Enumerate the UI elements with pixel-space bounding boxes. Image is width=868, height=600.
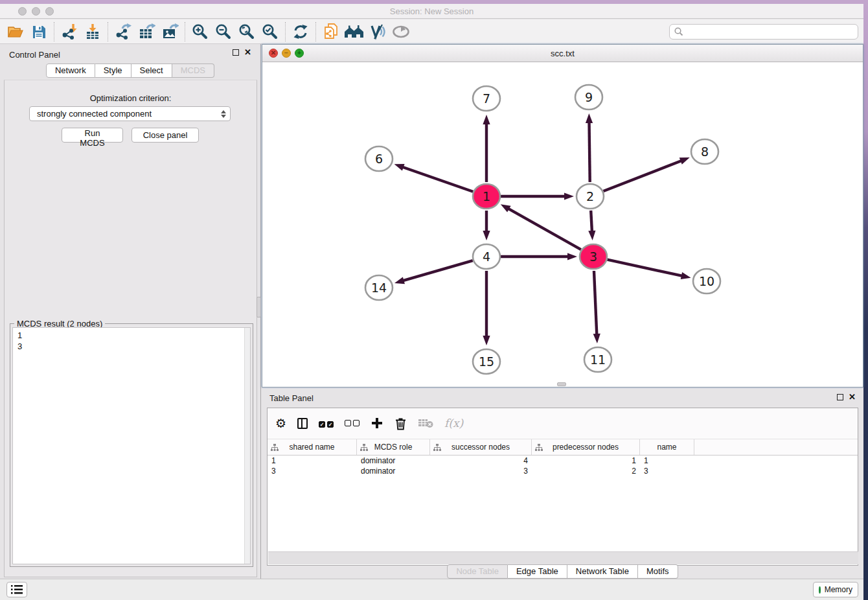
table-cell[interactable]: 1 bbox=[532, 456, 640, 466]
table-cell[interactable]: 4 bbox=[430, 456, 532, 466]
graph-node-3[interactable]: 3 bbox=[580, 244, 607, 269]
memory-status-dot bbox=[819, 586, 821, 594]
graph-node-10[interactable]: 10 bbox=[693, 269, 720, 294]
mcds-scrollbar[interactable] bbox=[244, 328, 250, 564]
zoom-selected-button[interactable] bbox=[258, 21, 282, 42]
network-from-clipboard-button[interactable] bbox=[319, 21, 343, 42]
tab-mcds[interactable]: MCDS bbox=[172, 63, 214, 78]
column-header-shared-name[interactable]: shared name bbox=[268, 439, 357, 455]
column-header-name[interactable]: name bbox=[640, 439, 694, 455]
export-table-button[interactable] bbox=[135, 21, 158, 42]
table-cell[interactable]: 1 bbox=[640, 456, 694, 466]
tab-motifs[interactable]: Motifs bbox=[638, 564, 678, 579]
graph-node-4[interactable]: 4 bbox=[473, 244, 500, 269]
select-all-button[interactable]: ✓✓ bbox=[319, 413, 334, 433]
table-row[interactable]: 3dominator323 bbox=[268, 466, 858, 476]
table-cell[interactable]: 3 bbox=[640, 466, 694, 476]
graph-node-2[interactable]: 2 bbox=[577, 184, 604, 209]
toolbar-separator bbox=[108, 22, 108, 41]
function-builder-button[interactable]: f(x) bbox=[444, 413, 463, 433]
selected-option: strongly connected component bbox=[37, 109, 152, 119]
column-header-MCDS-role[interactable]: MCDS role bbox=[357, 439, 430, 455]
column-header-predecessor-nodes[interactable]: predecessor nodes bbox=[532, 439, 640, 455]
deselect-all-icon bbox=[345, 419, 360, 428]
graph-edge-2-3[interactable] bbox=[591, 211, 592, 233]
zoom-fit-button[interactable] bbox=[235, 21, 258, 42]
graph-edge-3-1[interactable] bbox=[507, 208, 581, 249]
graph-node-7[interactable]: 7 bbox=[473, 86, 500, 111]
graph-edge-2-9[interactable] bbox=[589, 121, 589, 182]
table-cell[interactable]: 1 bbox=[268, 456, 357, 466]
save-session-button[interactable] bbox=[27, 21, 51, 42]
zoom-out-button[interactable] bbox=[212, 21, 235, 42]
tab-network[interactable]: Network bbox=[46, 63, 95, 78]
deselect-all-button[interactable] bbox=[345, 413, 360, 433]
import-table-icon bbox=[84, 23, 101, 40]
graph-edge-1-6[interactable] bbox=[402, 167, 473, 192]
column-layout-button[interactable] bbox=[297, 413, 308, 433]
graph-edge-2-8[interactable] bbox=[603, 160, 682, 191]
refresh-button[interactable] bbox=[289, 21, 312, 42]
eye-icon bbox=[392, 25, 410, 39]
zoom-out-icon bbox=[215, 23, 232, 40]
zoom-in-button[interactable] bbox=[188, 21, 212, 42]
open-file-button[interactable] bbox=[4, 21, 27, 42]
export-network-button[interactable] bbox=[111, 21, 135, 42]
task-history-button[interactable] bbox=[6, 582, 27, 597]
table-settings-button[interactable]: ⚙ bbox=[275, 413, 286, 433]
vizmapper-button[interactable] bbox=[366, 21, 389, 42]
graph-edge-4-14[interactable] bbox=[402, 260, 473, 281]
graph-edge-3-10[interactable] bbox=[607, 260, 683, 276]
chevron-updown-icon bbox=[221, 110, 226, 118]
export-image-button[interactable] bbox=[158, 21, 181, 42]
tab-node-table[interactable]: Node Table bbox=[447, 564, 508, 579]
graph-node-label: 9 bbox=[585, 90, 593, 104]
close-table-panel-icon[interactable]: ✕ bbox=[849, 394, 856, 400]
float-table-panel-icon[interactable] bbox=[837, 394, 843, 400]
mcds-panel-body: Optimization criterion: strongly connect… bbox=[4, 80, 257, 577]
tab-select[interactable]: Select bbox=[131, 63, 172, 78]
network-canvas[interactable]: 7968124314101511 bbox=[262, 62, 863, 387]
column-header-label: predecessor nodes bbox=[553, 443, 619, 452]
delete-row-button[interactable] bbox=[394, 413, 407, 433]
tab-style[interactable]: Style bbox=[95, 63, 131, 78]
optimization-criterion-select[interactable]: strongly connected component bbox=[29, 106, 231, 121]
run-mcds-button[interactable]: Run MCDS bbox=[62, 128, 123, 143]
open-file-icon bbox=[7, 24, 24, 40]
close-panel-button[interactable]: Close panel bbox=[131, 128, 199, 143]
graph-edge-arrowhead bbox=[483, 115, 490, 124]
graph-node-9[interactable]: 9 bbox=[575, 85, 602, 110]
mcds-result-text[interactable]: 13 bbox=[12, 327, 251, 564]
home-button[interactable] bbox=[343, 21, 366, 42]
table-cell[interactable]: dominator bbox=[357, 466, 430, 476]
add-row-button[interactable] bbox=[371, 413, 383, 433]
graph-node-14[interactable]: 14 bbox=[365, 275, 393, 300]
table-cell[interactable]: dominator bbox=[357, 456, 430, 466]
table-cell[interactable]: 2 bbox=[532, 466, 640, 476]
import-table-button[interactable] bbox=[81, 21, 104, 42]
splitter-grip[interactable] bbox=[257, 297, 261, 317]
column-header-label: shared name bbox=[289, 443, 334, 452]
table-cell[interactable]: 3 bbox=[430, 466, 532, 476]
graph-node-15[interactable]: 15 bbox=[473, 349, 500, 374]
table-cell[interactable]: 3 bbox=[268, 466, 357, 476]
toolbar-separator bbox=[185, 22, 185, 41]
import-network-button[interactable] bbox=[58, 21, 81, 42]
search-input[interactable] bbox=[684, 25, 858, 38]
memory-button[interactable]: Memory bbox=[813, 582, 858, 597]
table-row[interactable]: 1dominator411 bbox=[268, 456, 858, 466]
float-panel-icon[interactable] bbox=[233, 49, 239, 56]
tab-network-table[interactable]: Network Table bbox=[567, 564, 638, 579]
network-hscrollbar-thumb[interactable] bbox=[557, 382, 566, 386]
close-panel-icon[interactable]: ✕ bbox=[244, 49, 251, 56]
graph-node-8[interactable]: 8 bbox=[691, 139, 718, 164]
graph-node-1[interactable]: 1 bbox=[473, 184, 500, 209]
graph-edge-3-11[interactable] bbox=[594, 271, 597, 336]
delete-table-button[interactable] bbox=[418, 413, 433, 433]
show-graphics-details-button[interactable] bbox=[389, 21, 413, 42]
tab-edge-table[interactable]: Edge Table bbox=[508, 564, 567, 579]
table-footer-scroll-area[interactable] bbox=[268, 551, 858, 564]
column-header-successor-nodes[interactable]: successor nodes bbox=[430, 439, 532, 455]
graph-node-6[interactable]: 6 bbox=[365, 146, 393, 171]
graph-node-11[interactable]: 11 bbox=[584, 347, 611, 372]
